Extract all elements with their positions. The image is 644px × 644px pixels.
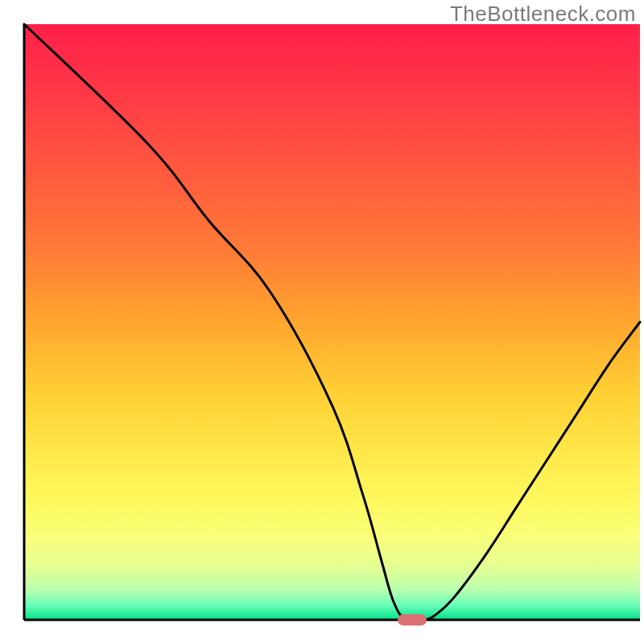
- optimum-marker: [398, 614, 427, 625]
- chart-frame: TheBottleneck.com: [0, 0, 644, 644]
- bottleneck-plot: [0, 0, 644, 644]
- watermark-text: TheBottleneck.com: [450, 2, 636, 27]
